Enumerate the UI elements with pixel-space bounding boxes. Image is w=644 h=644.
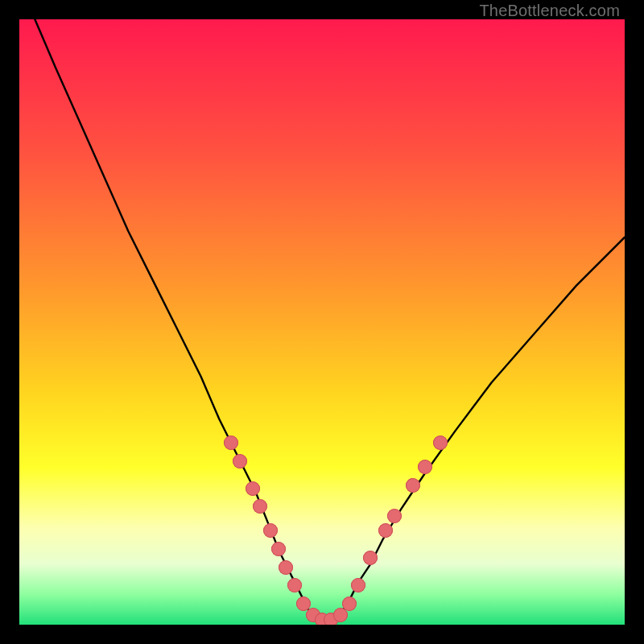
data-point — [279, 560, 293, 575]
data-point — [263, 523, 278, 538]
data-point — [363, 551, 378, 565]
data-point — [342, 597, 357, 611]
data-point — [253, 499, 267, 514]
data-point — [287, 578, 302, 592]
curve-layer — [19, 19, 625, 625]
data-point — [351, 578, 365, 592]
data-point — [387, 509, 402, 523]
data-point — [433, 436, 448, 450]
data-point — [418, 460, 432, 474]
plot-area — [19, 19, 625, 625]
data-point — [233, 454, 247, 469]
data-point — [406, 478, 420, 493]
data-point — [224, 436, 238, 450]
data-point — [378, 523, 393, 538]
chart-stage: { "watermark": { "text": "TheBottleneck.… — [0, 0, 644, 644]
data-point — [246, 481, 260, 496]
data-point — [271, 542, 286, 556]
watermark-text: TheBottleneck.com — [479, 2, 620, 20]
bottleneck-curve — [19, 19, 625, 621]
